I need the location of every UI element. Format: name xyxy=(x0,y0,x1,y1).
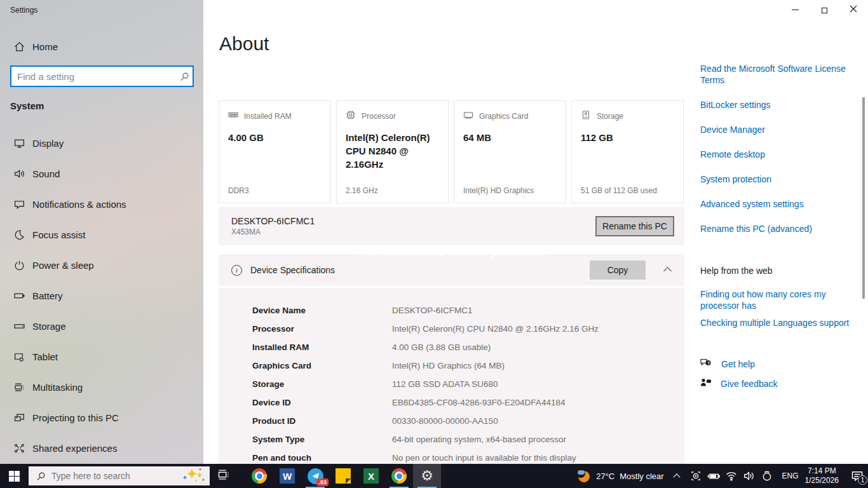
vertical-scrollbar[interactable] xyxy=(862,97,865,299)
link-license-terms[interactable]: Read the Microsoft Software License Term… xyxy=(700,63,853,86)
notifications-icon xyxy=(14,199,25,210)
link-cores-help[interactable]: Finding out how many cores my processor … xyxy=(700,288,853,311)
battery-tray-icon[interactable] xyxy=(706,464,721,488)
sidebar-item-label: Notifications & actions xyxy=(32,199,126,210)
spec-row: Processor Intel(R) Celeron(R) CPU N2840 … xyxy=(252,320,672,338)
spec-label: Graphics Card xyxy=(252,361,392,370)
language-indicator[interactable]: ENG xyxy=(782,471,799,480)
give-feedback-icon xyxy=(700,377,712,390)
wifi-tray-icon[interactable] xyxy=(724,464,739,488)
link-remote-desktop[interactable]: Remote desktop xyxy=(700,149,853,160)
spec-label: Pen and touch xyxy=(252,453,392,463)
find-setting-searchbox[interactable] xyxy=(10,65,194,87)
sidebar-item-sound[interactable]: Sound xyxy=(0,161,203,186)
home-icon xyxy=(14,41,25,52)
spec-row: Product ID 00330-80000-00000-AA150 xyxy=(252,412,672,430)
search-icon xyxy=(36,471,46,481)
rename-pc-button[interactable]: Rename this PC xyxy=(595,216,674,236)
multitasking-icon xyxy=(14,382,25,393)
display-icon xyxy=(14,138,25,149)
weather-icon xyxy=(577,469,591,483)
spec-value: Intel(R) Celeron(R) CPU N2840 @ 2.16GHz … xyxy=(392,324,599,334)
sidebar-item-notifications[interactable]: Notifications & actions xyxy=(0,191,203,217)
taskbar-clock[interactable]: 7:14 PM 1/25/2026 xyxy=(805,466,839,485)
close-button[interactable] xyxy=(839,0,868,19)
link-languages-help[interactable]: Checking multiple Languages support xyxy=(700,317,853,329)
taskbar-app-sticky-notes[interactable] xyxy=(329,464,357,488)
link-advanced-system-settings[interactable]: Advanced system settings xyxy=(700,198,853,210)
card-footer: DDR3 xyxy=(228,186,249,195)
focus-assist-icon xyxy=(14,229,25,240)
sidebar-item-storage[interactable]: Storage xyxy=(0,313,203,339)
taskbar-app-chrome-2[interactable] xyxy=(385,464,413,488)
settings-window: Settings Home System Display xyxy=(0,0,868,488)
taskbar-search-input[interactable] xyxy=(51,471,180,481)
device-specs-header[interactable]: i Device Specifications Copy xyxy=(219,254,684,286)
taskbar-app-chrome[interactable] xyxy=(245,464,273,488)
volume-tray-icon[interactable] xyxy=(742,464,757,488)
link-rename-advanced[interactable]: Rename this PC (advanced) xyxy=(700,223,853,234)
get-help-link[interactable]: Get help xyxy=(721,359,755,369)
start-button[interactable] xyxy=(0,464,28,488)
sidebar-item-display[interactable]: Display xyxy=(0,130,203,156)
weather-temp: 27°C xyxy=(596,471,614,481)
spec-value: EB6D4385-CF08-4286-93F0-E204DFA44184 xyxy=(392,398,565,407)
card-value: Intel(R) Celeron(R) CPU N2840 @ 2.16GHz xyxy=(346,131,439,171)
taskbar-search[interactable] xyxy=(29,466,210,485)
sidebar-item-multitasking[interactable]: Multitasking xyxy=(0,374,203,400)
shared-experiences-icon xyxy=(14,443,25,454)
card-label: Installed RAM xyxy=(244,112,292,121)
sidebar-item-tablet[interactable]: Tablet xyxy=(0,344,203,369)
info-icon: i xyxy=(231,265,242,276)
chevron-up-icon[interactable] xyxy=(663,267,672,275)
taskbar-app-excel[interactable]: X xyxy=(357,464,385,488)
power-icon xyxy=(14,260,25,271)
battery-icon xyxy=(14,290,25,301)
tray-overflow-chevron[interactable] xyxy=(673,473,680,480)
sidebar-item-label: Shared experiences xyxy=(32,443,117,454)
give-feedback-link[interactable]: Give feedback xyxy=(721,379,778,389)
sidebar-item-power-sleep[interactable]: Power & sleep xyxy=(0,252,203,278)
card-value: 112 GB xyxy=(581,131,674,144)
spec-label: System Type xyxy=(252,435,392,444)
processor-icon xyxy=(346,110,356,122)
sticky-notes-icon xyxy=(335,468,351,484)
sidebar-item-home[interactable]: Home xyxy=(0,34,203,59)
taskbar-app-word[interactable]: W xyxy=(273,464,301,488)
minimize-button[interactable] xyxy=(780,0,810,19)
svg-text:?: ? xyxy=(707,361,710,365)
spec-label: Product ID xyxy=(252,416,392,426)
get-help-row[interactable]: ? Get help xyxy=(700,357,755,370)
tablet-mode-tray-icon[interactable] xyxy=(688,464,703,488)
card-value: 4.00 GB xyxy=(228,131,322,144)
card-label: Graphics Card xyxy=(479,112,528,121)
spec-value: 00330-80000-00000-AA150 xyxy=(392,416,498,426)
restore-button[interactable] xyxy=(810,0,839,19)
card-label: Processor xyxy=(362,112,396,121)
spec-label: Device ID xyxy=(252,398,392,407)
graphics-icon xyxy=(463,110,473,122)
weather-condition: Mostly clear xyxy=(620,471,663,481)
task-view-button[interactable] xyxy=(210,464,238,488)
storage-icon xyxy=(14,321,25,332)
link-device-manager[interactable]: Device Manager xyxy=(700,124,853,135)
give-feedback-row[interactable]: Give feedback xyxy=(700,377,778,390)
notification-center-button[interactable]: 1 xyxy=(846,464,868,488)
sidebar-item-battery[interactable]: Battery xyxy=(0,283,203,308)
sidebar-item-shared-experiences[interactable]: Shared experiences xyxy=(0,435,203,461)
taskbar-app-telegram[interactable]: .03 xyxy=(301,464,329,488)
taskbar-weather[interactable]: 27°C Mostly clear xyxy=(577,469,663,483)
spec-row: Device Name DESKTOP-6ICFMC1 xyxy=(252,301,672,320)
summary-cards: Installed RAM 4.00 GB DDR3 Processor Int… xyxy=(219,100,684,203)
search-input[interactable] xyxy=(11,71,176,82)
device-specs-title: Device Specifications xyxy=(250,265,590,275)
link-bitlocker[interactable]: BitLocker settings xyxy=(700,99,853,111)
taskbar-app-settings[interactable]: ⚙ xyxy=(413,464,441,488)
app-circle-tray-icon[interactable] xyxy=(759,464,775,488)
sidebar-item-focus-assist[interactable]: Focus assist xyxy=(0,222,203,247)
taskbar: W .03 X ⚙ 27°C Mostly cle xyxy=(0,464,868,488)
clock-date: 1/25/2026 xyxy=(805,476,839,485)
sidebar-item-projecting[interactable]: Projecting to this PC xyxy=(0,405,203,430)
link-system-protection[interactable]: System protection xyxy=(700,173,853,185)
copy-button[interactable]: Copy xyxy=(590,261,646,280)
